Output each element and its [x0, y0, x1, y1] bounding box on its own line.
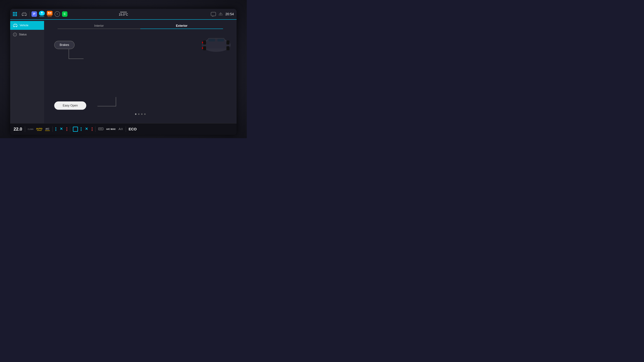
eco-label: ECO: [129, 127, 137, 131]
svg-rect-6: [48, 12, 50, 13]
parking-button[interactable]: P: [32, 11, 37, 17]
temperature-display: 15.0°C: [119, 12, 128, 16]
fan-speed-icon[interactable]: [118, 127, 123, 131]
brakes-connector-v: [69, 49, 69, 59]
clock: 20:54: [226, 12, 234, 16]
right-content: Interior Exterior: [44, 20, 236, 123]
mode-icon: [47, 11, 52, 15]
grid-menu-icon[interactable]: [13, 12, 17, 16]
sidebar-item-vehicle[interactable]: Vehicle: [10, 21, 44, 30]
main-screen: P ASSIST: [10, 9, 236, 135]
ac-max-label: A/C MAX: [106, 128, 116, 131]
svg-point-1: [22, 15, 23, 16]
svg-point-2: [25, 15, 26, 16]
svg-point-4: [41, 12, 42, 13]
assist-label: ASSIST: [40, 16, 44, 17]
square-toggle[interactable]: [73, 127, 78, 132]
main-content: Vehicle Status Interior Exteri: [10, 20, 236, 123]
svg-rect-24: [226, 46, 230, 50]
svg-rect-8: [48, 13, 52, 14]
divider-3: [70, 126, 70, 132]
svg-rect-23: [203, 46, 206, 50]
tab-exterior[interactable]: Exterior: [140, 22, 223, 31]
car-silhouette: [199, 36, 233, 55]
clima-temperature: 22.0: [14, 126, 22, 132]
top-bar-right: 20:54: [211, 12, 234, 16]
ac-underline: [45, 131, 50, 131]
brakes-connector-h: [69, 58, 84, 59]
dot-3[interactable]: [141, 113, 142, 115]
top-bar: P ASSIST: [10, 9, 236, 20]
tab-interior[interactable]: Interior: [58, 22, 140, 31]
svg-point-12: [14, 26, 14, 27]
svg-rect-7: [50, 12, 52, 13]
svg-rect-19: [208, 39, 215, 41]
svg-rect-20: [218, 39, 224, 41]
bottom-bar: 22.0 CLIMA AUTO A/C: [10, 123, 236, 135]
status-label: Status: [19, 33, 26, 36]
easy-open-button[interactable]: Easy Open: [54, 101, 86, 110]
pagination-dots: [135, 113, 146, 115]
top-bar-left: P ASSIST: [13, 11, 211, 17]
easy-connector-h: [98, 106, 116, 106]
vehicle-icon: [13, 24, 18, 27]
car-icon: [21, 12, 27, 16]
dot-1[interactable]: [135, 113, 136, 115]
temperature-value: 15.0°C: [119, 13, 128, 16]
svg-rect-22: [226, 40, 230, 44]
c-button[interactable]: C: [62, 11, 68, 17]
clima-temp-section: 22.0: [14, 126, 22, 132]
svg-rect-25: [202, 42, 203, 43]
add-button[interactable]: +: [54, 11, 60, 17]
divider-1: [19, 11, 19, 17]
connectivity-icon[interactable]: [218, 12, 223, 16]
divider-4: [95, 126, 96, 132]
assist-button[interactable]: ASSIST: [39, 11, 45, 17]
mode-label: MODE: [48, 16, 52, 17]
ac-max-section[interactable]: A/C MAX: [106, 128, 116, 131]
assist-icon: [39, 11, 45, 15]
messages-icon[interactable]: [211, 12, 216, 16]
auto-label: AUTO: [36, 127, 42, 130]
svg-rect-18: [203, 42, 230, 48]
auto-section[interactable]: AUTO: [36, 127, 42, 131]
sidebar: Vehicle Status: [10, 20, 44, 123]
dots-red-left[interactable]: [66, 127, 67, 131]
svg-rect-26: [202, 47, 203, 49]
vehicle-label: Vehicle: [20, 24, 28, 27]
dot-2[interactable]: [138, 113, 140, 115]
divider-2: [52, 126, 53, 132]
content-area: Brakes Easy Open: [44, 31, 236, 123]
fan-icon[interactable]: [59, 126, 64, 132]
ac-label: A/C: [46, 127, 49, 130]
dots-blue-left[interactable]: [56, 127, 56, 131]
tabs: Interior Exterior: [44, 22, 236, 31]
svg-point-16: [15, 35, 15, 35]
car-icon-button[interactable]: [21, 12, 27, 16]
exterior-underline: [140, 29, 223, 29]
clima-label-section: CLIMA: [28, 128, 34, 130]
fan-icon-right[interactable]: [84, 126, 89, 132]
ac-section[interactable]: A/C: [45, 127, 50, 131]
easy-connector-v: [116, 97, 116, 106]
clima-label: CLIMA: [28, 128, 34, 130]
sidebar-item-status[interactable]: Status: [10, 30, 44, 39]
brakes-button[interactable]: Brakes: [54, 41, 74, 49]
rear-defrost-icon[interactable]: [98, 127, 104, 131]
status-icon: [13, 32, 17, 36]
dots-red-right[interactable]: [92, 127, 92, 131]
svg-point-13: [16, 26, 17, 27]
divider-5: [126, 126, 126, 132]
auto-underline: [37, 130, 42, 131]
svg-rect-21: [203, 40, 206, 44]
temp-bar: [120, 12, 127, 12]
dot-4[interactable]: [144, 113, 146, 115]
dots-blue-right[interactable]: [81, 127, 82, 131]
svg-rect-5: [47, 11, 52, 15]
interior-underline: [58, 29, 140, 29]
divider-2: [29, 11, 30, 17]
mode-button[interactable]: MODE: [47, 11, 52, 17]
